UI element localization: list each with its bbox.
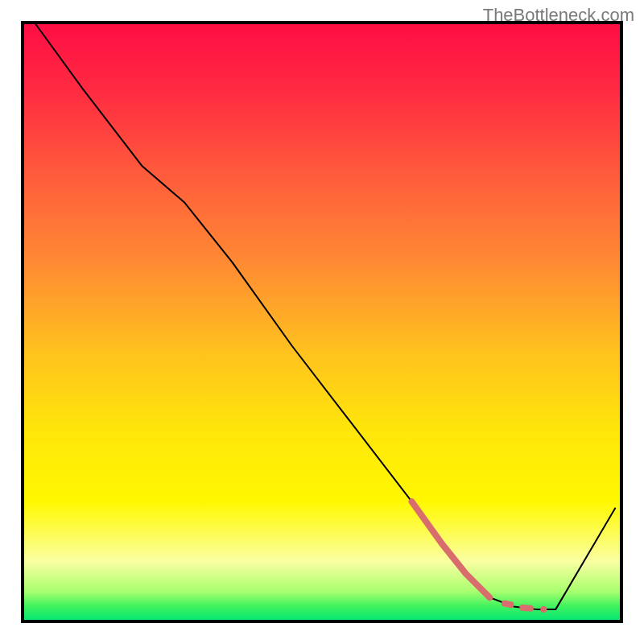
chart-container: TheBottleneck.com — [0, 0, 644, 644]
chart-svg — [0, 0, 644, 644]
svg-line-1 — [522, 608, 530, 609]
svg-point-2 — [540, 606, 547, 613]
svg-line-0 — [505, 604, 510, 605]
watermark-text: TheBottleneck.com — [483, 5, 634, 26]
plot-background — [23, 23, 621, 621]
